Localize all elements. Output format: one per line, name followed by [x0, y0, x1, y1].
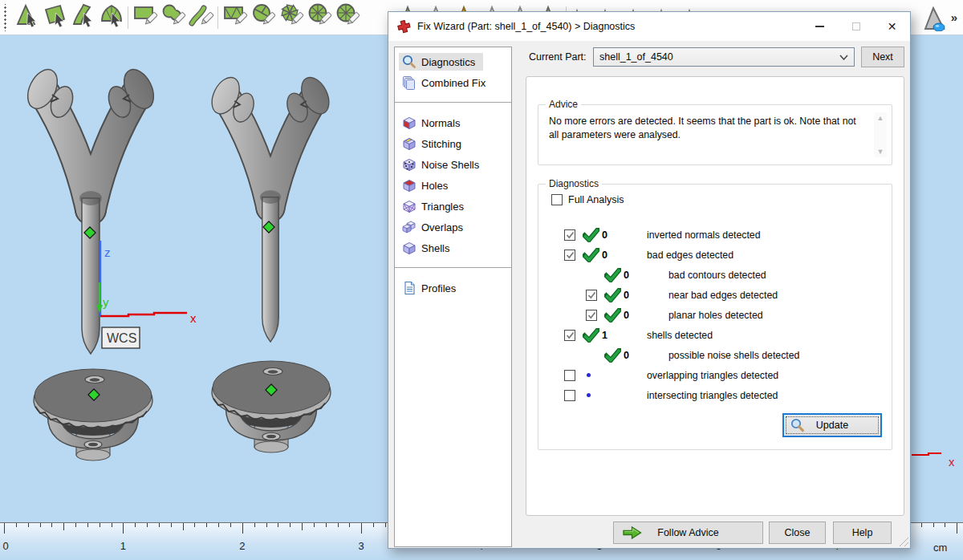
- full-analysis-checkbox[interactable]: [551, 194, 563, 205]
- toolbar-paint-freeform-button[interactable]: [159, 2, 187, 33]
- ruler-tick: [326, 523, 327, 527]
- blue-dot-icon: [583, 393, 602, 397]
- svg-text:y: y: [103, 295, 109, 309]
- scroll-down-icon[interactable]: ▼: [874, 148, 887, 156]
- sidebar-item-label: Stitching: [421, 138, 461, 150]
- curve-cursor-icon: [71, 2, 96, 33]
- cube-double-icon: [401, 220, 417, 234]
- toolbar-paint-star-button[interactable]: [277, 2, 305, 33]
- dialog-close-button[interactable]: Close: [769, 521, 826, 544]
- sidebar-item-label: Holes: [421, 180, 448, 192]
- current-part-combobox[interactable]: shell_1_of_4540: [593, 47, 855, 67]
- diagnostic-checkbox-planar-holes-detected[interactable]: [586, 310, 597, 321]
- diagnostic-checkbox-inverted-normals-detected[interactable]: [564, 229, 575, 241]
- sidebar-item-shells[interactable]: Shells: [395, 237, 511, 258]
- ruler-tick: [159, 523, 160, 527]
- magnifier-icon: [401, 55, 417, 69]
- advice-scrollbar[interactable]: ▲ ▼: [874, 112, 887, 157]
- toolbar-paint-mesh-button[interactable]: [221, 2, 249, 33]
- sidebar-item-holes[interactable]: Holes: [395, 175, 511, 196]
- diagnostic-label: possible noise shells detected: [668, 350, 799, 361]
- part-cap-right[interactable]: [212, 361, 331, 452]
- right-axes: x: [912, 453, 955, 469]
- diagnostic-label: planar holes detected: [668, 310, 763, 321]
- ruler-tick: [16, 523, 17, 527]
- green-check-icon: [583, 328, 602, 343]
- ruler-tick: [314, 523, 315, 527]
- diagnostic-count: 0: [602, 229, 647, 241]
- ruler-number: 3: [359, 540, 364, 552]
- green-check-icon: [604, 348, 624, 363]
- sidebar-item-profiles[interactable]: Profiles: [395, 278, 511, 298]
- current-part-value: shell_1_of_4540: [599, 51, 673, 63]
- dialog-titlebar[interactable]: Fix Wizard (Part: shell_1_of_4540) > Dia…: [388, 12, 910, 41]
- toolbar-mark-triangle-button[interactable]: [13, 2, 41, 33]
- ruler-tick: [135, 523, 136, 527]
- diagnostic-row: intersecting triangles detected: [564, 385, 885, 405]
- ruler-tick: [957, 523, 957, 534]
- cube-plain-icon: [401, 241, 417, 255]
- toolbar-paint-curve-button[interactable]: [187, 2, 215, 33]
- update-button[interactable]: Update: [782, 413, 882, 437]
- blue-dot-icon: [583, 373, 602, 377]
- minimize-button[interactable]: [802, 12, 838, 41]
- ruler-tick: [290, 523, 291, 527]
- ruler-tick: [945, 523, 945, 527]
- toolbar-paint-wheel-button[interactable]: [305, 2, 333, 33]
- toolbar-paint-rectangle-button[interactable]: [131, 2, 159, 33]
- toolbar-mark-plane-button[interactable]: [41, 2, 69, 33]
- diagnostics-page: Advice No more errors are detected. It s…: [526, 76, 904, 516]
- diagnostic-checkbox-intersecting-triangles-detected[interactable]: [564, 390, 575, 401]
- toolbar-overflow-button[interactable]: »: [948, 10, 960, 24]
- toolbar-scale-to-view[interactable]: [920, 2, 948, 33]
- ruler-tick: [254, 523, 255, 527]
- ruler-tick: [100, 523, 100, 527]
- diagnostics-group-title: Diagnostics: [546, 178, 602, 189]
- sidebar-item-combined-fix[interactable]: Combined Fix: [395, 72, 511, 93]
- ruler-tick: [361, 523, 362, 534]
- next-part-button[interactable]: Next: [861, 47, 904, 67]
- ruler-tick: [183, 523, 184, 530]
- maximize-button[interactable]: [838, 12, 874, 41]
- sidebar-item-stitching[interactable]: Stitching: [395, 133, 511, 154]
- help-button[interactable]: Help: [833, 521, 892, 544]
- scroll-up-icon[interactable]: ▲: [874, 114, 887, 122]
- wheel-pen-icon: [307, 2, 332, 33]
- part-tray-right[interactable]: [206, 73, 335, 342]
- part-tray-left[interactable]: [22, 65, 160, 354]
- ruler-tick: [385, 523, 386, 527]
- toolbar-drag-handle[interactable]: [2, 4, 10, 31]
- part-cap-left[interactable]: [34, 369, 152, 461]
- blob-pen-icon: [160, 2, 186, 33]
- diagnostic-checkbox-near-bad-edges-detected[interactable]: [586, 290, 597, 301]
- pie-pen-icon: [250, 2, 276, 33]
- curve-pen-icon: [189, 2, 214, 33]
- cube-red-front-icon: [401, 116, 417, 130]
- sidebar-item-overlaps[interactable]: Overlaps: [395, 217, 511, 237]
- diagnostic-checkbox-bad-edges-detected[interactable]: [564, 250, 575, 261]
- diagnostic-checkbox-shells-detected[interactable]: [564, 330, 575, 341]
- close-button[interactable]: ✕: [874, 12, 910, 41]
- sidebar-item-normals[interactable]: Normals: [395, 112, 511, 133]
- sidebar-item-diagnostics[interactable]: Diagnostics: [395, 51, 511, 72]
- toolbar-mark-surface-button[interactable]: [69, 2, 97, 33]
- ruler-number: 1: [120, 540, 126, 552]
- sidebar-item-label: Triangles: [421, 201, 464, 213]
- green-arrow-icon: [622, 525, 643, 541]
- diagnostic-checkbox-overlapping-triangles-detected[interactable]: [564, 370, 575, 381]
- toolbar-paint-spokes-button[interactable]: [333, 2, 361, 33]
- ruler-tick: [373, 523, 374, 527]
- sidebar-item-noise-shells[interactable]: Noise Shells: [395, 154, 511, 175]
- ruler-unit-label: cm: [933, 542, 947, 554]
- cube-dots-icon: [401, 157, 417, 172]
- follow-advice-button[interactable]: Follow Advice: [613, 521, 763, 544]
- ruler-tick: [63, 523, 64, 530]
- advice-text: No more errors are detected. It seems th…: [549, 115, 862, 142]
- svg-text:x: x: [190, 311, 197, 325]
- diagnostic-label: intersecting triangles detected: [647, 390, 778, 401]
- resize-grip[interactable]: [896, 534, 908, 546]
- diagnostic-count: 0: [624, 290, 668, 301]
- sidebar-item-triangles[interactable]: Triangles: [395, 196, 511, 217]
- toolbar-mark-shell-button[interactable]: [97, 2, 125, 33]
- toolbar-paint-sections-button[interactable]: [249, 2, 277, 33]
